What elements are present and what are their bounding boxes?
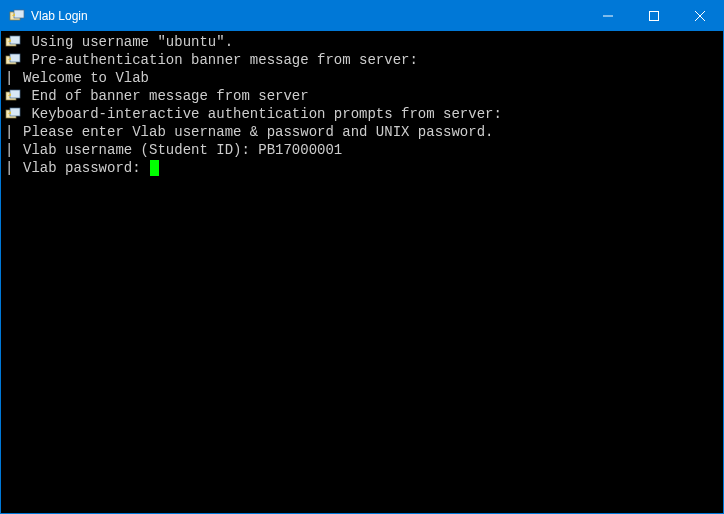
terminal-window: Vlab Login Using username "ubuntu". Pre-… — [0, 0, 724, 514]
terminal-text: Welcome to Vlab — [23, 69, 149, 87]
pipe-prefix: | — [5, 69, 23, 87]
ssh-prompt-icon — [5, 52, 21, 68]
svg-rect-9 — [10, 54, 20, 62]
svg-rect-13 — [10, 108, 20, 116]
terminal-text: Vlab password: — [23, 159, 149, 177]
ssh-prompt-icon — [5, 34, 21, 50]
terminal-line: Keyboard-interactive authentication prom… — [5, 105, 719, 123]
svg-rect-3 — [650, 12, 659, 21]
pipe-prefix: | — [5, 159, 23, 177]
terminal-line: Pre-authentication banner message from s… — [5, 51, 719, 69]
terminal-line: Using username "ubuntu". — [5, 33, 719, 51]
terminal-text: Vlab username (Student ID): PB17000001 — [23, 141, 342, 159]
window-title: Vlab Login — [31, 9, 585, 23]
maximize-button[interactable] — [631, 1, 677, 31]
svg-rect-7 — [10, 36, 20, 44]
terminal-body[interactable]: Using username "ubuntu". Pre-authenticat… — [1, 31, 723, 513]
terminal-line: | Vlab username (Student ID): PB17000001 — [5, 141, 719, 159]
terminal-line: | Vlab password: — [5, 159, 719, 177]
terminal-text: Pre-authentication banner message from s… — [23, 51, 418, 69]
terminal-text: Please enter Vlab username & password an… — [23, 123, 493, 141]
titlebar[interactable]: Vlab Login — [1, 1, 723, 31]
terminal-line: | Welcome to Vlab — [5, 69, 719, 87]
minimize-button[interactable] — [585, 1, 631, 31]
svg-rect-1 — [14, 10, 24, 18]
app-icon — [9, 8, 25, 24]
terminal-cursor — [150, 160, 159, 176]
terminal-line: | Please enter Vlab username & password … — [5, 123, 719, 141]
terminal-line: End of banner message from server — [5, 87, 719, 105]
pipe-prefix: | — [5, 123, 23, 141]
ssh-prompt-icon — [5, 88, 21, 104]
svg-rect-11 — [10, 90, 20, 98]
terminal-text: Keyboard-interactive authentication prom… — [23, 105, 502, 123]
pipe-prefix: | — [5, 141, 23, 159]
terminal-text: Using username "ubuntu". — [23, 33, 233, 51]
close-button[interactable] — [677, 1, 723, 31]
terminal-text: End of banner message from server — [23, 87, 309, 105]
window-controls — [585, 1, 723, 31]
ssh-prompt-icon — [5, 106, 21, 122]
